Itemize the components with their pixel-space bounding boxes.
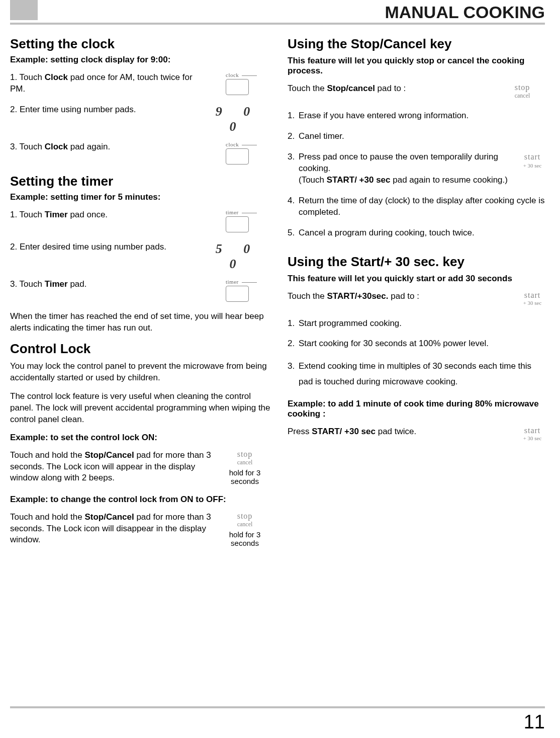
stop-cancel-heading: Using the Stop/Cancel key [288,36,550,52]
text: pad. [68,279,87,289]
step-text: Touch and hold the Stop/Cancel pad for m… [10,512,217,546]
body: Start cooking for 30 seconds at 100% pow… [299,338,550,350]
clock-pad-graphic-2: clock [202,141,272,167]
text: pad twice. [376,427,416,436]
footer: 11 [10,706,545,733]
start-side: start + 30 sec [515,151,550,186]
text: (Touch [299,175,327,185]
step-text: 3. Touch Clock pad again. [10,141,202,153]
text: Touch and hold the [10,512,84,522]
header-accent-block [10,0,38,20]
timer-step-3: 3. Touch Timer pad. timer [10,279,272,304]
start-touch-row: Touch the START/+30sec. pad to : start +… [288,291,550,311]
page-title: MANUAL COOKING [385,3,545,22]
timer-pad-graphic-2: timer [202,279,272,304]
hold-note: hold for 3 seconds [217,468,272,485]
header: MANUAL COOKING [0,0,560,25]
start-side-2: start + 30 sec [515,291,550,306]
timer-example: Example: setting timer for 5 minutes: [10,192,272,202]
plus30-word: + 30 sec [515,162,550,170]
bold: Stop/cancel [327,84,375,93]
step-text: Touch and hold the Stop/Cancel pad for m… [10,450,217,484]
stop-item-5: 5.Cancel a program during cooking, touch… [288,227,550,239]
lock-off-example: Example: to change the control lock from… [10,495,272,505]
stop-item-4: 4.Return the time of day (clock) to the … [288,195,550,218]
text: key [439,254,464,269]
stop-word: stop [495,83,550,92]
hold-note: hold for 3 seconds [217,530,272,547]
lock-on-row: Touch and hold the Stop/Cancel pad for m… [10,450,272,485]
timer-note: When the timer has reached the end of se… [10,311,272,334]
text: 3. Touch [10,279,45,289]
text: 1. Touch [10,210,45,219]
stop-touch-row: Touch the Stop/cancel pad to : stop canc… [288,83,550,103]
clock-pad-icon [226,148,249,165]
cancel-word: cancel [495,92,550,100]
start-word: start [515,151,550,162]
start-word: start [515,291,550,300]
pad-label: clock [226,72,249,78]
step-text: 1. Touch Timer pad once. [10,209,202,221]
start-example: Example: to add 1 minute of cook time du… [288,399,550,419]
stop-item-1: 1.Erase if you have entered wrong inform… [288,110,550,122]
start-item-2: 2.Start cooking for 30 seconds at 100% p… [288,338,550,350]
bold: Timer [45,279,68,289]
text: 1. Touch [10,72,45,82]
step-text: Touch the START/+30sec. pad to : [288,291,515,302]
start-heading: Using the Start/+ 30 sec. key [288,254,550,270]
lock-off-row: Touch and hold the Stop/Cancel pad for m… [10,512,272,547]
step-text: 1. Touch Clock pad once for AM, touch tw… [10,72,202,95]
bold: START/ +30 sec [312,427,376,436]
clock-step-1: 1. Touch Clock pad once for AM, touch tw… [10,72,272,97]
clock-pad-icon [226,79,249,95]
lock-p2: The control lock feature is very useful … [10,391,272,426]
footer-bar [10,706,545,708]
text: Touch and hold the [10,450,84,460]
clock-step-3: 3. Touch Clock pad again. clock [10,141,272,167]
body: Start programmed cooking. [299,318,550,330]
bold: Clock [45,72,68,82]
header-underline [10,23,545,25]
right-column: Using the Stop/Cancel key This feature w… [288,30,550,554]
body: Return the time of day (clock) to the di… [299,195,550,218]
bold: Timer [45,210,68,219]
stop-word: stop [217,450,272,459]
step-text: Touch the Stop/cancel pad to : [288,83,495,95]
left-column: Setting the clock Example: setting clock… [10,30,272,554]
text: Press pad once to pause the oven tempora… [299,152,498,173]
bold: Clock [45,142,68,151]
lock-p1: You may lock the control panel to preven… [10,361,272,384]
body: Extend cooking time in multiples of 30 s… [299,359,550,389]
timer-digits: 5 0 0 [202,241,272,272]
text: Press [288,427,312,436]
timer-step-2: 2. Enter desired time using number pads.… [10,241,272,272]
control-lock-heading: Control Lock [10,341,272,357]
clock-digits: 9 0 0 [202,104,272,134]
clock-heading: Setting the clock [10,36,272,52]
text: pad again. [68,142,110,151]
plus30-word: + 30 sec [515,435,550,441]
stop-word: stop [217,512,272,521]
step-text: 3. Touch Timer pad. [10,279,202,290]
plus30-word: + 30 sec [515,300,550,306]
start-word: start [515,426,550,435]
timer-pad-icon [226,216,249,232]
start-item-1: 1.Start programmed cooking. [288,318,550,330]
stop-item-3: 3. Press pad once to pause the oven temp… [288,151,550,186]
cancel-word: cancel [217,521,272,528]
timer-pad-graphic: timer [202,209,272,234]
stop-intro: This feature will let you quickly stop o… [288,56,550,76]
start-side-3: start + 30 sec [515,426,550,441]
timer-step-1: 1. Touch Timer pad once. timer [10,209,272,234]
start-item-3: 3.Extend cooking time in multiples of 30… [288,359,550,389]
start-press-row: Press START/ +30 sec pad twice. start + … [288,426,550,446]
step-text: Press START/ +30 sec pad twice. [288,426,515,438]
text: pad to : [389,291,419,301]
stop-cancel-side: stop cancel [495,83,550,100]
step-text: 2. Enter desired time using number pads. [10,241,202,253]
digits: 9 0 0 [216,104,259,134]
text: pad once. [68,210,108,219]
clock-example: Example: setting clock display for 9:00: [10,55,272,65]
text: Start/+ 30 sec. [351,254,439,269]
clock-step-2: 2. Enter time using number pads. 9 0 0 [10,104,272,134]
